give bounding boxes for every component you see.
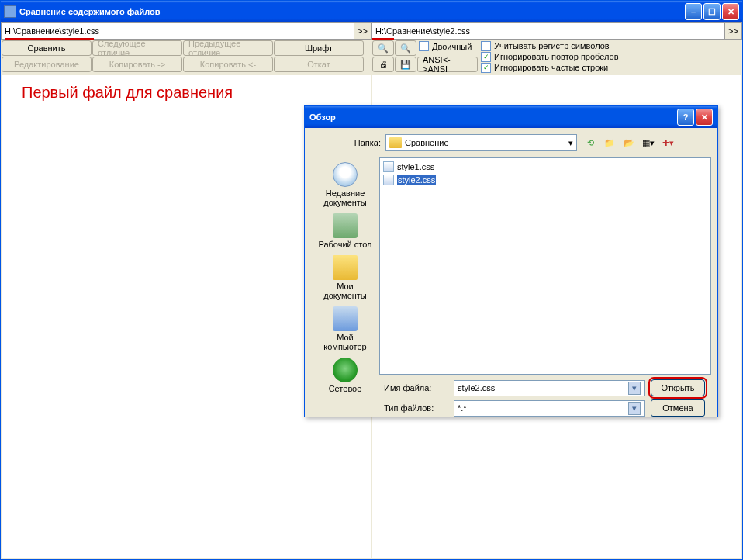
path-left-input[interactable] bbox=[2, 23, 354, 39]
places-bar: Недавние документы Рабочий стол Мои доку… bbox=[311, 157, 379, 375]
filename-combo[interactable]: style2.css ▾ bbox=[454, 380, 645, 396]
open-button[interactable]: Открыть bbox=[651, 379, 705, 396]
desktop-icon bbox=[333, 213, 358, 238]
view-icon[interactable]: ▦▾ bbox=[640, 134, 657, 151]
annotation-first-file: Первый файл для сравнения bbox=[22, 84, 233, 102]
highlight-right bbox=[372, 38, 394, 40]
path-right-input[interactable] bbox=[372, 23, 724, 39]
print-icon[interactable]: 🖨 bbox=[372, 57, 394, 72]
computer-icon bbox=[333, 306, 358, 331]
spaces-checkbox[interactable]: ✓ bbox=[481, 52, 491, 62]
network-icon bbox=[333, 358, 358, 382]
browse-right-button[interactable]: >> bbox=[724, 23, 741, 39]
file-icon bbox=[383, 161, 394, 172]
filetype-combo[interactable]: *.* ▾ bbox=[454, 400, 645, 417]
minimize-button[interactable]: – bbox=[685, 3, 702, 20]
freq-checkbox[interactable]: ✓ bbox=[481, 63, 491, 73]
font-button[interactable]: Шрифт bbox=[274, 40, 364, 56]
place-computer[interactable]: Мой компьютер bbox=[313, 305, 378, 353]
file-list[interactable]: style1.css style2.css bbox=[379, 157, 711, 375]
chevron-down-icon: ▾ bbox=[628, 402, 641, 415]
spaces-label: Игнорировать повтор пробелов bbox=[494, 52, 619, 61]
back-icon[interactable]: ⟲ bbox=[582, 134, 599, 151]
file-item[interactable]: style1.css bbox=[382, 160, 709, 173]
prev-diff-button[interactable]: Предыдущее отличие bbox=[183, 40, 273, 56]
dialog-help-button[interactable]: ? bbox=[677, 109, 694, 126]
cancel-button[interactable]: Отмена bbox=[651, 399, 705, 417]
folder-value: Сравнение bbox=[405, 138, 449, 147]
toolbar: Сравнить Следующее отличие Предыдущее от… bbox=[1, 40, 742, 74]
folder-label: Папка: bbox=[350, 138, 381, 147]
find-icon[interactable]: 🔍 bbox=[372, 40, 394, 56]
window-title: Сравнение содержимого файлов bbox=[19, 7, 685, 16]
up-icon[interactable]: 📁 bbox=[601, 134, 618, 151]
main-titlebar: Сравнение содержимого файлов – ☐ ✕ bbox=[1, 1, 742, 22]
open-dialog: Обзор ? ✕ Папка: Сравнение ▾ ⟲ 📁 📂 ▦▾ ✚▾ bbox=[304, 105, 718, 417]
compare-button[interactable]: Сравнить bbox=[2, 40, 92, 56]
case-label: Учитывать регистр символов bbox=[494, 41, 610, 50]
maximize-button[interactable]: ☐ bbox=[703, 3, 721, 20]
copy-right-button[interactable]: Копировать -> bbox=[92, 57, 182, 72]
browse-left-button[interactable]: >> bbox=[354, 23, 371, 39]
close-button[interactable]: ✕ bbox=[722, 3, 739, 20]
chevron-down-icon: ▾ bbox=[568, 138, 573, 148]
documents-icon bbox=[333, 255, 358, 280]
path-row: >> >> bbox=[1, 22, 742, 40]
find-next-icon[interactable]: 🔍 bbox=[395, 40, 416, 56]
dialog-close-button[interactable]: ✕ bbox=[696, 109, 713, 126]
rollback-button[interactable]: Откат bbox=[274, 57, 364, 72]
place-recent[interactable]: Недавние документы bbox=[313, 161, 378, 209]
copy-left-button[interactable]: Копировать <- bbox=[183, 57, 273, 72]
freq-label: Игнорировать частые строки bbox=[494, 63, 608, 72]
ansi-button[interactable]: ANSI<->ANSI bbox=[417, 57, 478, 72]
new-folder-icon[interactable]: 📂 bbox=[620, 134, 638, 151]
folder-icon bbox=[389, 137, 402, 148]
path-left-container: >> bbox=[1, 22, 372, 40]
dialog-titlebar: Обзор ? ✕ bbox=[305, 106, 717, 128]
filename-label: Имя файла: bbox=[384, 383, 448, 392]
binary-checkbox[interactable] bbox=[419, 41, 429, 51]
case-checkbox[interactable] bbox=[481, 41, 491, 51]
recent-icon bbox=[333, 162, 358, 187]
folder-combo[interactable]: Сравнение ▾ bbox=[385, 134, 577, 151]
chevron-down-icon: ▾ bbox=[628, 382, 641, 395]
place-docs[interactable]: Мои документы bbox=[313, 254, 378, 302]
file-item[interactable]: style2.css bbox=[382, 173, 709, 186]
path-right-container: >> bbox=[372, 22, 742, 40]
edit-button[interactable]: Редактирование bbox=[2, 57, 92, 72]
highlight-left bbox=[5, 38, 94, 40]
next-diff-button[interactable]: Следующее отличие bbox=[92, 40, 182, 56]
place-network[interactable]: Сетевое bbox=[313, 356, 378, 395]
file-icon bbox=[383, 175, 394, 185]
app-icon bbox=[4, 5, 16, 18]
filetype-label: Тип файлов: bbox=[384, 403, 448, 413]
binary-label: Двоичный bbox=[432, 42, 472, 51]
dialog-title: Обзор bbox=[309, 112, 677, 122]
save-icon[interactable]: 💾 bbox=[395, 57, 416, 72]
place-desktop[interactable]: Рабочий стол bbox=[313, 212, 378, 251]
plus-icon[interactable]: ✚▾ bbox=[659, 134, 676, 151]
